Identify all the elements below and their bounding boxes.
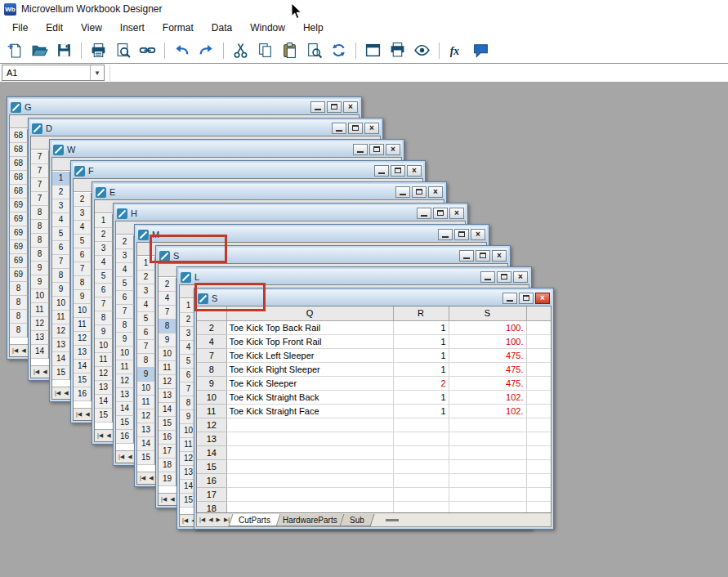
copy-icon[interactable]	[255, 41, 275, 60]
child-window-titlebar[interactable]: F ×	[73, 163, 423, 178]
cell-s[interactable]: 475.	[449, 348, 526, 362]
row-header-cell[interactable]: 15	[137, 451, 155, 465]
cell-extra[interactable]	[526, 376, 551, 390]
row-header-cell[interactable]: 7	[31, 164, 49, 178]
row-header-cell[interactable]: 6	[52, 241, 70, 255]
maximize-button[interactable]	[391, 165, 405, 177]
sheet-tab-sub[interactable]: Sub	[339, 514, 374, 526]
maximize-button[interactable]	[476, 250, 490, 262]
minimize-button[interactable]	[438, 229, 453, 240]
cell-r[interactable]	[393, 487, 449, 501]
row-header-cell[interactable]: 1	[95, 214, 113, 228]
row-header-cell[interactable]: 6	[116, 291, 134, 305]
row-header-cell[interactable]: 12	[197, 418, 226, 432]
cell-q[interactable]	[226, 418, 393, 432]
paste-icon[interactable]	[279, 41, 300, 60]
row-header-cell[interactable]: 15	[197, 459, 226, 473]
row-header-cell[interactable]: 13	[74, 346, 92, 360]
row-header-cell[interactable]: 13	[116, 388, 134, 402]
row-header-cell[interactable]: 2	[52, 186, 70, 199]
row-header-cell[interactable]: 13	[52, 338, 70, 352]
minimize-button[interactable]	[417, 208, 431, 219]
row-header-cell[interactable]: 9	[52, 283, 70, 297]
child-window-titlebar[interactable]: H ×	[115, 205, 466, 221]
row-header-cell[interactable]: 18	[197, 501, 226, 513]
cell-s[interactable]	[449, 487, 526, 501]
column-header-r[interactable]: R	[393, 306, 449, 320]
row-header-cell[interactable]: 8	[137, 354, 155, 368]
maximize-button[interactable]	[519, 293, 534, 304]
child-window-titlebar[interactable]: G ×	[9, 99, 360, 114]
cell-extra[interactable]	[526, 473, 551, 487]
row-header-cell[interactable]: 4	[74, 221, 92, 235]
cell-extra[interactable]	[526, 418, 551, 432]
row-header-cell[interactable]: 8	[31, 248, 49, 262]
row-header-cell[interactable]: 14	[137, 437, 155, 451]
row-header-cell[interactable]: 9	[31, 262, 49, 275]
row-header-cell[interactable]: 17	[159, 445, 176, 458]
row-header-cell[interactable]: 11	[74, 318, 92, 332]
row-header-cell[interactable]: 4	[137, 298, 155, 312]
sheet-nav-button[interactable]: ◀	[106, 432, 110, 439]
row-header-cell[interactable]: 8	[116, 319, 134, 333]
insert-function-icon[interactable]: fx	[446, 41, 467, 60]
row-header-cell[interactable]: 9	[197, 376, 226, 390]
cell-s[interactable]	[449, 459, 526, 473]
row-header-cell[interactable]: 3	[137, 284, 155, 298]
minimize-button[interactable]	[374, 165, 389, 177]
row-header-cell[interactable]: 10	[74, 304, 92, 318]
close-button[interactable]: ×	[492, 250, 507, 262]
cell-extra[interactable]	[526, 501, 551, 513]
row-header-cell[interactable]: 16	[159, 431, 176, 445]
cell-r[interactable]: 1	[393, 348, 449, 362]
maximize-button[interactable]	[369, 144, 384, 155]
cell-extra[interactable]	[526, 404, 551, 418]
column-header-s[interactable]: S	[449, 306, 526, 320]
cell-s[interactable]	[449, 418, 526, 432]
row-header-cell[interactable]: 69	[10, 240, 28, 254]
sheet-nav-button[interactable]: ▶	[217, 517, 221, 523]
row-header-cell[interactable]: 10	[197, 390, 226, 404]
row-header-cell[interactable]: 15	[74, 373, 92, 387]
sheet-nav-button[interactable]: ◀	[170, 496, 174, 503]
row-header-cell[interactable]: 5	[116, 277, 134, 291]
row-header-cell[interactable]: 3	[52, 199, 70, 213]
cell-q[interactable]	[226, 487, 393, 501]
row-header-cell[interactable]: 11	[197, 404, 226, 418]
row-header-cell[interactable]: 13	[95, 381, 113, 395]
cell-q[interactable]: Toe Kick Top Back Rail	[226, 320, 393, 334]
row-header-cell[interactable]: 8	[31, 234, 49, 248]
cell-r[interactable]	[393, 473, 449, 487]
cell-extra[interactable]	[526, 459, 551, 473]
row-header-cell[interactable]: 7	[116, 305, 134, 319]
cell-q[interactable]	[226, 501, 393, 513]
row-header-cell[interactable]: 69	[10, 212, 28, 226]
row-header-cell[interactable]: 10	[159, 347, 176, 361]
cell-s[interactable]: 475.	[449, 376, 526, 390]
close-button[interactable]: ×	[471, 229, 485, 240]
name-box[interactable]: A1 ▼	[2, 65, 105, 81]
visibility-icon[interactable]	[412, 41, 432, 60]
row-header-cell[interactable]: 68	[10, 129, 28, 143]
chevron-down-icon[interactable]: ▼	[90, 65, 104, 80]
row-header-cell[interactable]: 17	[197, 487, 226, 501]
row-header-cell[interactable]: 5	[74, 235, 92, 248]
minimize-button[interactable]	[480, 271, 495, 283]
new-document-icon[interactable]	[5, 41, 25, 60]
close-button[interactable]: ×	[535, 293, 550, 304]
row-header-cell[interactable]: 68	[10, 143, 28, 157]
row-header-cell[interactable]: 2	[116, 235, 134, 249]
sheet-nav-button[interactable]: |◀	[199, 517, 205, 523]
minimize-button[interactable]	[332, 123, 346, 134]
cell-s[interactable]	[449, 445, 526, 459]
row-header-cell[interactable]: 10	[116, 347, 134, 360]
close-button[interactable]: ×	[386, 144, 400, 155]
maximize-button[interactable]	[454, 229, 469, 240]
row-header-cell[interactable]: 5	[52, 227, 70, 241]
row-header-cell[interactable]: 11	[159, 361, 176, 375]
sheet-nav-button[interactable]: |◀	[55, 390, 60, 396]
cell-extra[interactable]	[526, 334, 551, 348]
print-icon[interactable]	[88, 41, 109, 60]
row-header-cell[interactable]: 6	[74, 248, 92, 262]
row-header-cell[interactable]: 3	[95, 242, 113, 256]
